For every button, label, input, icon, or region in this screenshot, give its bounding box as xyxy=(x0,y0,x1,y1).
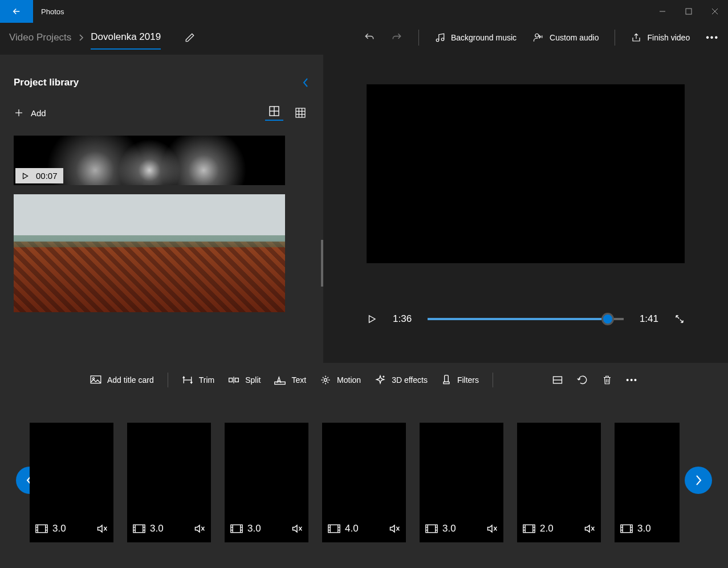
storyboard-clip[interactable]: 3.0 xyxy=(615,423,680,542)
svg-rect-25 xyxy=(229,378,233,382)
timeline-more-button[interactable]: ••• xyxy=(626,375,638,385)
breadcrumb-current[interactable]: Dovolenka 2019 xyxy=(91,31,161,50)
mute-icon xyxy=(96,524,108,534)
text-label: Text xyxy=(291,375,306,385)
3d-effects-label: 3D effects xyxy=(392,375,428,385)
text-icon xyxy=(274,375,286,385)
library-item[interactable]: 00:07 xyxy=(14,136,285,185)
storyboard-next-button[interactable] xyxy=(685,467,712,494)
maximize-button[interactable] xyxy=(676,0,702,23)
background-music-button[interactable]: Background music xyxy=(435,32,516,43)
redo-button[interactable] xyxy=(391,32,402,43)
plus-icon xyxy=(14,108,24,118)
timeline-toolbar: Add title card Trim Split Text Motion 3D… xyxy=(0,363,728,397)
library-items: 00:07 xyxy=(14,136,310,329)
grid-view-large-button[interactable] xyxy=(265,105,283,121)
svg-point-5 xyxy=(441,38,444,41)
custom-audio-button[interactable]: Custom audio xyxy=(532,32,599,43)
play-icon xyxy=(21,172,29,180)
motion-button[interactable]: Motion xyxy=(320,374,361,386)
fullscreen-icon xyxy=(674,314,685,324)
mute-icon xyxy=(389,524,400,534)
delete-button[interactable] xyxy=(602,374,612,386)
clips-container: 3.03.03.04.03.02.03.0 xyxy=(30,423,680,542)
storyboard-clip[interactable]: 4.0 xyxy=(322,423,406,542)
split-label: Split xyxy=(245,375,261,385)
svg-marker-17 xyxy=(23,173,28,178)
timeline-separator xyxy=(168,373,168,387)
text-button[interactable]: Text xyxy=(274,375,306,385)
mute-icon xyxy=(584,524,595,534)
rotate-button[interactable] xyxy=(577,374,588,386)
filters-label: Filters xyxy=(457,375,479,385)
back-button[interactable] xyxy=(0,0,33,23)
library-item[interactable] xyxy=(14,194,285,312)
crop-button[interactable] xyxy=(552,375,563,385)
playback-controls: 1:36 1:41 xyxy=(367,313,685,325)
seek-fill xyxy=(428,318,608,320)
clip-footer: 3.0 xyxy=(620,523,674,534)
chevron-right-icon xyxy=(78,34,84,42)
titlebar: Photos xyxy=(0,0,728,23)
edit-title-button[interactable] xyxy=(185,32,195,43)
music-icon xyxy=(435,32,445,43)
svg-rect-1 xyxy=(686,9,692,14)
3d-effects-button[interactable]: 3D effects xyxy=(375,374,428,386)
duration-text: 00:07 xyxy=(36,171,58,181)
more-button[interactable]: ••• xyxy=(706,32,719,43)
play-icon xyxy=(367,313,377,325)
storyboard-clip[interactable]: 3.0 xyxy=(30,423,113,542)
filters-button[interactable]: Filters xyxy=(441,374,479,386)
trim-icon xyxy=(182,375,193,385)
clip-footer: 3.0 xyxy=(425,523,498,534)
trim-label: Trim xyxy=(199,375,214,385)
seek-thumb[interactable] xyxy=(601,313,614,325)
add-media-button[interactable]: Add xyxy=(14,108,46,118)
storyboard-clip[interactable]: 3.0 xyxy=(225,423,308,542)
sparkle-icon xyxy=(375,374,386,386)
preview-video[interactable] xyxy=(367,84,685,263)
duration-badge: 00:07 xyxy=(15,168,63,183)
play-button[interactable] xyxy=(367,313,377,325)
window-controls xyxy=(649,0,728,23)
filters-icon xyxy=(441,374,452,386)
mute-icon xyxy=(486,524,498,534)
collapse-library-button[interactable] xyxy=(302,76,310,89)
clip-footer: 3.0 xyxy=(35,523,108,534)
bg-music-label: Background music xyxy=(451,33,516,42)
rotate-icon xyxy=(577,374,588,386)
preview-panel: 1:36 1:41 xyxy=(323,52,728,363)
storyboard-clip[interactable]: 3.0 xyxy=(420,423,503,542)
seek-slider[interactable] xyxy=(428,318,624,320)
add-title-card-button[interactable]: Add title card xyxy=(90,375,154,385)
photo-thumbnail xyxy=(14,194,285,312)
finish-label: Finish video xyxy=(647,33,690,42)
split-button[interactable]: Split xyxy=(228,375,261,385)
minimize-button[interactable] xyxy=(649,0,676,23)
breadcrumb-root[interactable]: Video Projects xyxy=(9,32,71,43)
trim-button[interactable]: Trim xyxy=(182,375,214,385)
audio-person-icon xyxy=(532,32,544,43)
svg-rect-26 xyxy=(235,378,239,382)
crop-icon xyxy=(552,375,563,385)
library-scrollbar[interactable] xyxy=(321,240,323,287)
clip-duration: 3.0 xyxy=(35,523,66,534)
close-button[interactable] xyxy=(702,0,728,23)
mute-icon xyxy=(194,524,205,534)
svg-rect-29 xyxy=(445,375,449,382)
image-icon xyxy=(90,375,101,385)
svg-rect-27 xyxy=(275,382,285,384)
fullscreen-button[interactable] xyxy=(674,314,685,324)
storyboard-clip[interactable]: 2.0 xyxy=(517,423,601,542)
grid-view-small-button[interactable] xyxy=(291,105,310,121)
undo-button[interactable] xyxy=(364,32,375,43)
clip-duration: 3.0 xyxy=(425,523,456,534)
storyboard-clip[interactable]: 3.0 xyxy=(127,423,211,542)
clip-duration: 4.0 xyxy=(328,523,359,534)
title-card-label: Add title card xyxy=(107,375,154,385)
toolbar-separator xyxy=(615,30,615,46)
export-icon xyxy=(631,32,641,43)
chevron-right-icon xyxy=(694,474,703,487)
finish-video-button[interactable]: Finish video xyxy=(631,32,690,43)
clip-footer: 2.0 xyxy=(523,523,595,534)
